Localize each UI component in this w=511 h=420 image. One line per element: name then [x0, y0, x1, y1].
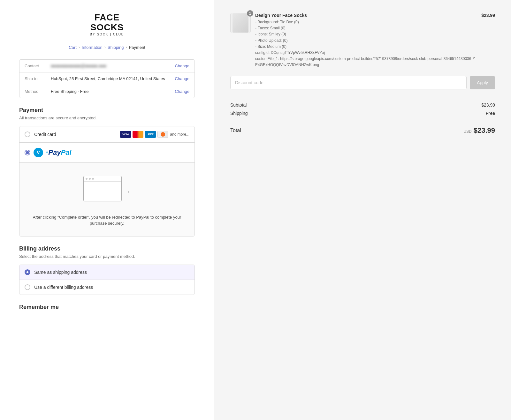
- breadcrumb-cart[interactable]: Cart: [69, 45, 77, 50]
- subtotal-row: Subtotal $23.99: [230, 102, 495, 108]
- window-dot-1: [86, 178, 88, 180]
- and-more-label: and more...: [170, 132, 189, 137]
- subtotal-label: Subtotal: [230, 102, 247, 108]
- shipping-value: Free: [485, 111, 495, 116]
- product-item: 1 Design Your Face Socks - Background: T…: [230, 13, 495, 68]
- paypal-logo: P PayPal: [46, 148, 72, 157]
- paypal-radio: [25, 150, 30, 155]
- card-icons: VISA AMEX and more...: [120, 131, 189, 138]
- contact-row: Contact ●●●●●●●●●●●●@●●●●●.●●● Change: [19, 60, 194, 72]
- method-label: Method: [25, 89, 47, 94]
- method-row: Method Free Shipping · Free Change: [19, 85, 194, 98]
- credit-card-option[interactable]: Credit card VISA AMEX and more...: [19, 126, 194, 143]
- payment-box: Credit card VISA AMEX and more... V P Pa…: [19, 126, 195, 236]
- breadcrumb: Cart › Information › Shipping › Payment: [69, 45, 145, 50]
- breadcrumb-sep-2: ›: [104, 45, 106, 49]
- redirect-arrow-icon: →: [124, 188, 131, 195]
- remember-me-title: Remember me: [19, 304, 195, 311]
- billing-options: Same as shipping address Use a different…: [19, 265, 195, 295]
- ship-to-row: Ship to HubSpot, 25 First Street, Cambri…: [19, 72, 194, 85]
- info-box: Contact ●●●●●●●●●●●●@●●●●●.●●● Change Sh…: [19, 59, 195, 98]
- left-panel: FACE SOCKS BY SOCK | CLUB Cart › Informa…: [0, 0, 214, 420]
- subtotal-value: $23.99: [481, 102, 495, 108]
- method-value: Free Shipping · Free: [51, 89, 171, 94]
- grand-total-price: $23.99: [474, 126, 495, 135]
- product-quantity-badge: 1: [247, 10, 253, 17]
- contact-value: ●●●●●●●●●●●●@●●●●●.●●●: [51, 64, 171, 68]
- payment-section-sub: All transactions are secure and encrypte…: [19, 116, 195, 120]
- contact-change[interactable]: Change: [175, 64, 189, 68]
- logo: FACE SOCKS BY SOCK | CLUB: [90, 13, 124, 36]
- discount-row: Apply: [230, 76, 495, 89]
- paypal-option[interactable]: V P PayPal: [19, 143, 194, 163]
- window-dot-3: [92, 178, 94, 180]
- billing-subtitle: Select the address that matches your car…: [19, 254, 195, 259]
- product-image-inner: [233, 13, 248, 33]
- breadcrumb-shipping[interactable]: Shipping: [108, 45, 124, 50]
- product-image-wrap: 1: [230, 13, 251, 33]
- apply-button[interactable]: Apply: [470, 76, 495, 89]
- paypal-redirect-section: → After clicking "Complete order", you w…: [19, 163, 194, 236]
- breadcrumb-sep-1: ›: [79, 45, 80, 49]
- amex-icon: AMEX: [145, 131, 156, 138]
- visa-icon: VISA: [120, 131, 131, 138]
- ship-to-change[interactable]: Change: [175, 76, 189, 81]
- right-panel: 1 Design Your Face Socks - Background: T…: [214, 0, 511, 420]
- breadcrumb-sep-3: ›: [126, 45, 127, 49]
- same-as-shipping-label: Same as shipping address: [34, 270, 87, 275]
- same-as-shipping-option[interactable]: Same as shipping address: [19, 265, 194, 280]
- discount-input[interactable]: [230, 76, 467, 89]
- breadcrumb-information[interactable]: Information: [82, 45, 103, 50]
- grand-total-row: Total USD $23.99: [230, 121, 495, 135]
- same-shipping-radio: [25, 269, 30, 275]
- discover-icon: [157, 131, 168, 138]
- paypal-window-animation: →: [83, 176, 131, 208]
- paypal-window-icon: [83, 176, 122, 201]
- credit-card-radio: [25, 131, 30, 137]
- window-dot-2: [89, 178, 91, 180]
- billing-title: Billing address: [19, 245, 195, 252]
- same-shipping-radio-dot: [27, 271, 28, 273]
- credit-card-label: Credit card: [34, 132, 116, 137]
- totals-section: Subtotal $23.99 Shipping Free: [230, 97, 495, 116]
- different-billing-option[interactable]: Use a different billing address: [19, 280, 194, 295]
- logo-sub: BY SOCK | CLUB: [90, 33, 124, 36]
- grand-total-label: Total: [230, 128, 241, 133]
- shipping-row: Shipping Free: [230, 111, 495, 116]
- paypal-radio-dot: [26, 151, 29, 154]
- shipping-label: Shipping: [230, 111, 248, 116]
- method-change[interactable]: Change: [175, 89, 189, 94]
- ship-to-value: HubSpot, 25 First Street, Cambridge MA 0…: [51, 76, 171, 81]
- breadcrumb-payment: Payment: [129, 45, 145, 50]
- ship-to-label: Ship to: [25, 76, 47, 81]
- grand-total-value-wrap: USD $23.99: [463, 126, 495, 135]
- product-image: [230, 13, 251, 33]
- different-billing-label: Use a different billing address: [34, 285, 93, 290]
- product-details: Design Your Face Socks - Background: Tie…: [255, 13, 477, 68]
- grand-total-currency: USD: [463, 129, 471, 134]
- payment-section-title: Payment: [19, 107, 195, 114]
- venmo-icon: V: [34, 148, 43, 157]
- product-price: $23.99: [481, 13, 495, 18]
- paypal-redirect-text: After clicking "Complete order", you wil…: [26, 214, 188, 227]
- billing-section: Billing address Select the address that …: [19, 245, 195, 295]
- logo-text: FACE SOCKS: [90, 13, 124, 33]
- product-meta: - Background: Tie Dye (0) - Faces: Small…: [255, 19, 477, 68]
- mastercard-icon: [133, 131, 143, 138]
- window-top-bar: [84, 176, 121, 182]
- product-name: Design Your Face Socks: [255, 13, 477, 18]
- contact-label: Contact: [25, 64, 47, 68]
- different-billing-radio: [25, 284, 30, 290]
